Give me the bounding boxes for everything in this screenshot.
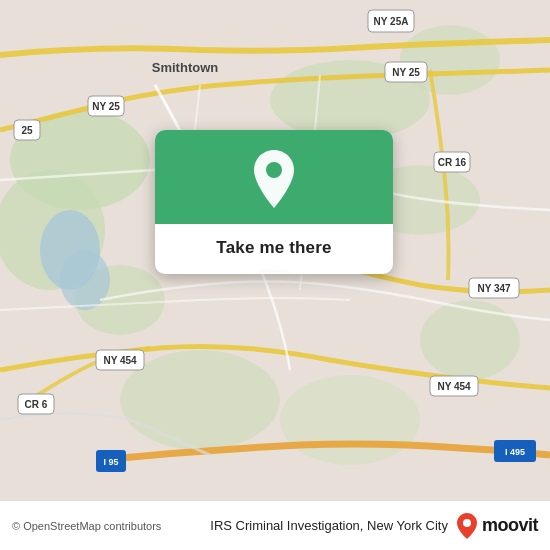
svg-text:I 95: I 95 bbox=[103, 457, 118, 467]
moovit-wordmark: moovit bbox=[482, 515, 538, 536]
svg-point-11 bbox=[60, 250, 110, 310]
popup-button-area[interactable]: Take me there bbox=[155, 224, 393, 274]
svg-text:CR 16: CR 16 bbox=[438, 157, 467, 168]
location-pin-icon bbox=[248, 148, 300, 210]
svg-text:25: 25 bbox=[21, 125, 33, 136]
svg-text:NY 25A: NY 25A bbox=[374, 16, 409, 27]
svg-point-9 bbox=[280, 375, 420, 465]
svg-point-38 bbox=[463, 519, 471, 527]
take-me-there-button[interactable]: Take me there bbox=[216, 238, 331, 258]
svg-text:NY 25: NY 25 bbox=[92, 101, 120, 112]
moovit-pin-icon bbox=[456, 512, 478, 540]
svg-text:CR 6: CR 6 bbox=[25, 399, 48, 410]
svg-point-5 bbox=[400, 25, 500, 95]
moovit-logo: moovit bbox=[456, 512, 538, 540]
popup-header bbox=[155, 130, 393, 224]
map-container[interactable]: NY 25A NY 25 25 NY 25 NY 347 NY 454 NY 4… bbox=[0, 0, 550, 500]
svg-text:Smithtown: Smithtown bbox=[152, 60, 218, 75]
location-title: IRS Criminal Investigation, New York Cit… bbox=[210, 518, 448, 533]
svg-text:NY 347: NY 347 bbox=[477, 283, 511, 294]
svg-point-7 bbox=[420, 300, 520, 380]
svg-text:I 495: I 495 bbox=[505, 447, 525, 457]
svg-text:NY 454: NY 454 bbox=[103, 355, 137, 366]
popup-card: Take me there bbox=[155, 130, 393, 274]
popup-tail bbox=[260, 272, 288, 274]
svg-text:NY 454: NY 454 bbox=[437, 381, 471, 392]
svg-point-37 bbox=[266, 162, 282, 178]
copyright-text: © OpenStreetMap contributors bbox=[12, 520, 202, 532]
svg-text:NY 25: NY 25 bbox=[392, 67, 420, 78]
bottom-bar: © OpenStreetMap contributors IRS Crimina… bbox=[0, 500, 550, 550]
